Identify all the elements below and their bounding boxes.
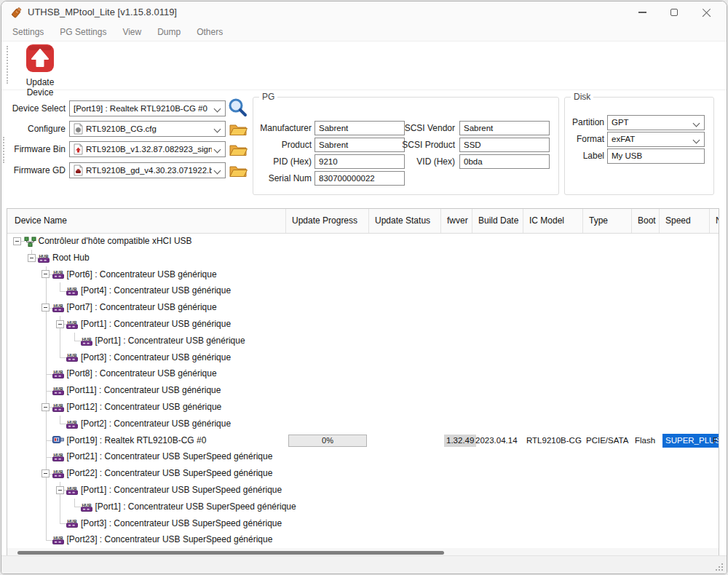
tree-expander-collapse[interactable] bbox=[13, 237, 21, 245]
update-device-button[interactable]: Update Device bbox=[12, 44, 68, 87]
folder-icon bbox=[229, 163, 248, 178]
menu-item-settings[interactable]: Settings bbox=[4, 23, 52, 41]
device-select-combobox[interactable]: [Port19] : Realtek RTL9210B-CG #0 bbox=[69, 100, 226, 116]
menu-item-others[interactable]: Others bbox=[189, 23, 231, 41]
resize-grip-icon[interactable] bbox=[715, 563, 724, 571]
tree-row[interactable]: HUB[Port2] : Concentrateur USB générique bbox=[7, 416, 719, 432]
hub-icon: HUB bbox=[66, 320, 78, 329]
device-grid: Device NameUpdate ProgressUpdate Statusf… bbox=[7, 208, 719, 558]
product-label: Product bbox=[253, 138, 312, 152]
firmware-bin-combobox[interactable]: RTL9210B_v1.32.87.082923_signed. bbox=[69, 141, 226, 157]
firmware-gd-file-icon bbox=[74, 164, 83, 176]
configuration-panel: PG ManufacturerSabrentProductSabrentPID … bbox=[1, 90, 727, 208]
usb-controller-icon bbox=[24, 237, 36, 247]
close-button[interactable] bbox=[690, 1, 722, 23]
manufacturer-field[interactable]: Sabrent bbox=[314, 121, 405, 135]
tree-row[interactable]: HUB[Port3] : Concentrateur USB générique bbox=[7, 349, 719, 366]
column-header-device-name[interactable]: Device Name bbox=[7, 209, 286, 233]
tree-expander-collapse[interactable] bbox=[56, 486, 64, 494]
hub-icon: HUB bbox=[81, 336, 92, 346]
configure-combobox[interactable]: RTL9210B_CG.cfg bbox=[69, 121, 226, 137]
hub-icon: HUB bbox=[52, 535, 64, 544]
hub-icon: HUB bbox=[52, 402, 64, 412]
hub-icon: HUB bbox=[66, 518, 78, 528]
tree-row[interactable]: HUBRoot Hub bbox=[7, 250, 719, 266]
menu-item-dump[interactable]: Dump bbox=[149, 23, 189, 41]
folder-icon bbox=[229, 142, 248, 156]
tree-row[interactable]: HUB[Port1] : Concentrateur USB générique bbox=[7, 333, 719, 349]
tree-row[interactable]: HUB[Port1] : Concentrateur USB SuperSpee… bbox=[7, 482, 719, 499]
minimize-button[interactable] bbox=[626, 1, 658, 23]
column-header-ic-model[interactable]: IC Model bbox=[523, 209, 583, 233]
tree-expander-collapse[interactable] bbox=[41, 403, 50, 411]
tree-row[interactable]: HUB[Port23] : Concentrateur USB SuperSpe… bbox=[7, 531, 719, 548]
tree-row[interactable]: HUB[Port22] : Concentrateur USB SuperSpe… bbox=[7, 465, 719, 482]
menu-item-view[interactable]: View bbox=[114, 23, 149, 41]
tree-node-label: [Port6] : Concentrateur USB générique bbox=[67, 266, 217, 283]
tree-node-label: [Port3] : Concentrateur USB générique bbox=[81, 349, 231, 366]
configure-browse-button[interactable] bbox=[229, 122, 248, 138]
tree-expander-collapse[interactable] bbox=[41, 270, 50, 278]
tree-row[interactable]: HUB[Port1] : Concentrateur USB SuperSpee… bbox=[7, 499, 719, 515]
tree-row[interactable]: HUB[Port3] : Concentrateur USB SuperSpee… bbox=[7, 515, 719, 532]
tree-row[interactable]: HUB[Port12] : Concentrateur USB génériqu… bbox=[7, 399, 719, 416]
scsi-product-field[interactable]: SSD bbox=[459, 138, 550, 152]
tree-expander-collapse[interactable] bbox=[41, 469, 50, 477]
tree-row[interactable]: HUB[Port7] : Concentrateur USB générique bbox=[7, 299, 719, 316]
column-header-update-progress[interactable]: Update Progress bbox=[286, 209, 369, 233]
scsi-vendor-field[interactable]: Sabrent bbox=[459, 121, 550, 135]
chevron-down-icon bbox=[214, 126, 221, 133]
tree-expander-collapse[interactable] bbox=[56, 320, 64, 328]
tree-row[interactable]: HUB[Port4] : Concentrateur USB générique bbox=[7, 282, 719, 299]
column-header-update-status[interactable]: Update Status bbox=[369, 209, 441, 233]
device-cell-type: PCIE/SATA bbox=[586, 435, 628, 446]
minimize-icon bbox=[638, 12, 646, 12]
tree-row[interactable]: Contrôleur d'hôte compatible xHCI USB bbox=[7, 233, 719, 250]
pid-hex--field[interactable]: 9210 bbox=[314, 154, 405, 169]
tree-node-label: [Port7] : Concentrateur USB générique bbox=[67, 299, 217, 316]
maximize-button[interactable] bbox=[658, 1, 690, 23]
toolbar-gripper[interactable] bbox=[7, 46, 8, 84]
manufacturer-label: Manufacturer bbox=[253, 121, 312, 135]
tree-row[interactable]: HUB[Port6] : Concentrateur USB générique bbox=[7, 266, 719, 283]
title-bar[interactable]: UTHSB_MPtool_Lite [v1.15.8.0119] bbox=[1, 1, 727, 23]
vid-hex--field[interactable]: 0bda bbox=[459, 154, 550, 169]
tree-expander-collapse[interactable] bbox=[28, 254, 36, 262]
tree-node-label: [Port8] : Concentrateur USB générique bbox=[67, 365, 217, 382]
device-cell-build-date: 2023.04.14 bbox=[475, 435, 518, 446]
search-device-button[interactable] bbox=[227, 98, 248, 120]
column-header-n[interactable]: N bbox=[710, 209, 719, 233]
tree-expander-collapse[interactable] bbox=[41, 304, 50, 312]
pid-hex--label: PID (Hex) bbox=[253, 154, 312, 169]
column-header-type[interactable]: Type bbox=[583, 209, 632, 233]
tree-row[interactable]: [Port19] : Realtek RTL9210B-CG #00%1.32.… bbox=[7, 432, 719, 449]
column-header-fwver[interactable]: fwver bbox=[441, 209, 472, 233]
column-header-speed[interactable]: Speed bbox=[660, 209, 710, 233]
firmware-bin-browse-button[interactable] bbox=[229, 142, 248, 159]
device-cell-fwver: 1.32.49 bbox=[444, 435, 476, 447]
disk-partition-dropdown[interactable]: GPT bbox=[607, 115, 705, 130]
tree-row[interactable]: HUB[Port8] : Concentrateur USB générique bbox=[7, 365, 719, 382]
tree-row[interactable]: HUB[Port1] : Concentrateur USB générique bbox=[7, 316, 719, 333]
tree-row[interactable]: HUB[Port21] : Concentrateur USB SuperSpe… bbox=[7, 448, 719, 465]
hub-icon: HUB bbox=[52, 452, 64, 461]
tree-row[interactable]: HUB[Port11] : Concentrateur USB génériqu… bbox=[7, 382, 719, 399]
menu-item-pg-settings[interactable]: PG Settings bbox=[52, 23, 114, 41]
tree-node-label: [Port22] : Concentrateur USB SuperSpeed … bbox=[67, 465, 273, 482]
hub-icon: HUB bbox=[66, 286, 78, 296]
svg-text:HUB: HUB bbox=[39, 253, 50, 258]
serial-num-field[interactable]: 830700000022 bbox=[314, 171, 405, 186]
hub-icon: HUB bbox=[52, 303, 64, 312]
column-header-boot[interactable]: Boot bbox=[632, 209, 660, 233]
disk-format-dropdown[interactable]: exFAT bbox=[607, 132, 705, 147]
firmware-gd-browse-button[interactable] bbox=[229, 163, 248, 180]
horizontal-scrollbar-thumb[interactable] bbox=[17, 551, 444, 555]
hub-icon: HUB bbox=[52, 303, 64, 312]
chevron-down-icon bbox=[693, 120, 700, 127]
product-field[interactable]: Sabrent bbox=[314, 138, 405, 152]
firmware-gd-combobox[interactable]: RTL9210B_gd_v4.30.23.071922.bin bbox=[69, 162, 226, 178]
chevron-down-icon bbox=[214, 106, 221, 113]
hub-icon: HUB bbox=[52, 369, 64, 378]
column-header-build-date[interactable]: Build Date bbox=[472, 209, 523, 233]
disk-label-field[interactable]: My USB bbox=[607, 148, 705, 164]
